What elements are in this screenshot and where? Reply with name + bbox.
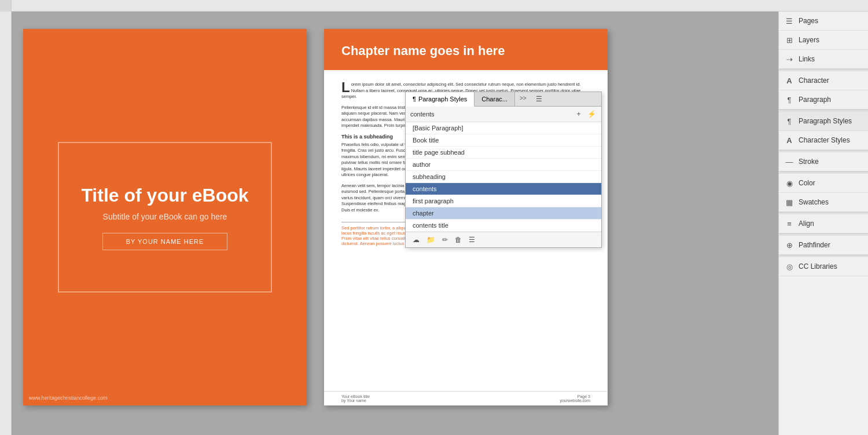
canvas-area: Title of your eBook Subtitle of your eBo… bbox=[12, 12, 778, 435]
character-icon: A bbox=[785, 76, 794, 85]
cc-libraries-label: CC Libraries bbox=[799, 262, 837, 270]
lightning-button[interactable]: ⚡ bbox=[586, 109, 597, 119]
style-book-title[interactable]: Book title bbox=[406, 134, 601, 147]
style-first-paragraph[interactable]: first paragraph bbox=[406, 195, 601, 207]
character-label: Character bbox=[799, 76, 829, 85]
footer-page: Page 3 bbox=[560, 394, 590, 399]
char-tab-label: Charac... bbox=[481, 96, 507, 103]
more-tabs-button[interactable]: >> bbox=[515, 92, 531, 106]
links-icon: ⇢ bbox=[785, 54, 794, 64]
links-label: Links bbox=[799, 55, 815, 63]
sidebar-item-character[interactable]: A Character bbox=[779, 71, 868, 90]
styles-panel-header: contents + ⚡ bbox=[406, 107, 601, 122]
sidebar-item-align[interactable]: ≡ Align bbox=[779, 214, 868, 233]
stroke-icon: — bbox=[785, 157, 794, 166]
footer-trash-btn[interactable]: 🗑 bbox=[453, 235, 464, 245]
style-subheading[interactable]: subheading bbox=[406, 171, 601, 183]
book-subtitle: Subtitle of your eBook can go here bbox=[103, 212, 227, 221]
sidebar-item-cc-libraries[interactable]: ◎ CC Libraries bbox=[779, 257, 868, 276]
style-basic-paragraph[interactable]: [Basic Paragraph] bbox=[406, 122, 601, 134]
page-footer: Your eBook title by Your name Page 3 you… bbox=[324, 391, 608, 405]
cover-page: Title of your eBook Subtitle of your eBo… bbox=[23, 29, 307, 405]
footer-website: yourwebsite.com bbox=[560, 399, 590, 403]
pages-label: Pages bbox=[799, 17, 818, 25]
sidebar-item-pages[interactable]: ☰ Pages bbox=[779, 12, 868, 31]
footer-author: by Your name bbox=[341, 399, 370, 403]
align-label: Align bbox=[799, 220, 814, 228]
book-title: Title of your eBook bbox=[81, 184, 248, 206]
sidebar-item-stroke[interactable]: — Stroke bbox=[779, 152, 868, 171]
sidebar-item-character-styles[interactable]: A Character Styles bbox=[779, 131, 868, 150]
sidebar-item-links[interactable]: ⇢ Links bbox=[779, 50, 868, 69]
swatches-icon: ▦ bbox=[785, 198, 794, 207]
chapter-header: Chapter name goes in here bbox=[324, 29, 608, 70]
style-contents[interactable]: contents bbox=[406, 183, 601, 195]
sidebar-item-color[interactable]: ◉ Color bbox=[779, 174, 868, 193]
chapter-title: Chapter name goes in here bbox=[341, 43, 590, 59]
style-title-page-subhead[interactable]: title page subhead bbox=[406, 147, 601, 159]
right-panel: ☰ Pages ⊞ Layers ⇢ Links A Character ¶ P… bbox=[778, 12, 868, 435]
color-label: Color bbox=[799, 179, 815, 187]
paragraph-styles-icon: ¶ bbox=[785, 116, 794, 126]
footer-folder-btn[interactable]: 📁 bbox=[424, 235, 437, 245]
paragraph-styles-label: Paragraph Styles bbox=[799, 117, 852, 125]
character-styles-label: Character Styles bbox=[799, 136, 850, 144]
footer-menu-btn[interactable]: ☰ bbox=[466, 235, 477, 245]
stroke-label: Stroke bbox=[799, 158, 819, 166]
footer-left: Your eBook title by Your name bbox=[341, 394, 370, 403]
main-area: Title of your eBook Subtitle of your eBo… bbox=[0, 12, 868, 435]
paragraph-styles-panel: ¶ Paragraph Styles Charac... >> ☰ conten… bbox=[405, 92, 602, 248]
paragraph-label: Paragraph bbox=[799, 96, 831, 104]
author-box: BY YOUR NAME HERE bbox=[102, 233, 228, 250]
cover-inner-box: Title of your eBook Subtitle of your eBo… bbox=[58, 142, 272, 293]
sidebar-item-swatches[interactable]: ▦ Swatches bbox=[779, 193, 868, 212]
layers-icon: ⊞ bbox=[785, 35, 794, 45]
style-author[interactable]: author bbox=[406, 159, 601, 171]
layers-label: Layers bbox=[799, 36, 819, 44]
sidebar-item-pathfinder[interactable]: ⊕ Pathfinder bbox=[779, 236, 868, 255]
style-contents-title[interactable]: contents title bbox=[406, 220, 601, 232]
styles-list: [Basic Paragraph] Book title title page … bbox=[406, 122, 601, 232]
author-text: BY YOUR NAME HERE bbox=[126, 238, 204, 245]
ruler-corner bbox=[0, 0, 12, 12]
character-styles-icon: A bbox=[785, 136, 794, 145]
sidebar-item-paragraph-styles[interactable]: ¶ Paragraph Styles bbox=[779, 112, 868, 131]
pathfinder-label: Pathfinder bbox=[799, 241, 830, 249]
styles-header-title: contents bbox=[410, 111, 571, 118]
cc-libraries-icon: ◎ bbox=[785, 262, 794, 271]
footer-edit-btn[interactable]: ✏ bbox=[440, 235, 450, 245]
character-tab[interactable]: Charac... bbox=[475, 92, 515, 106]
sidebar-item-paragraph[interactable]: ¶ Paragraph bbox=[779, 90, 868, 109]
panel-menu-button[interactable]: ☰ bbox=[531, 92, 547, 106]
style-chapter[interactable]: chapter bbox=[406, 207, 601, 220]
url-text: www.heritagechristiancollege.com bbox=[29, 395, 108, 401]
paragraph-styles-tab[interactable]: ¶ Paragraph Styles bbox=[406, 92, 475, 107]
ruler-top: // ticks rendered via CSS below bbox=[0, 0, 868, 12]
align-icon: ≡ bbox=[785, 219, 794, 228]
pages-icon: ☰ bbox=[785, 16, 794, 25]
new-style-button[interactable]: + bbox=[573, 109, 584, 119]
sidebar-item-layers[interactable]: ⊞ Layers bbox=[779, 31, 868, 50]
footer-book-title: Your eBook title bbox=[341, 394, 370, 399]
color-icon: ◉ bbox=[785, 178, 794, 188]
paragraph-icon: ¶ bbox=[785, 95, 794, 104]
para-tab-icon: ¶ bbox=[413, 96, 416, 103]
panel-tabs: ¶ Paragraph Styles Charac... >> ☰ bbox=[406, 92, 601, 107]
para-tab-label: Paragraph Styles bbox=[418, 96, 467, 103]
drop-cap: L bbox=[341, 82, 350, 93]
footer-right: Page 3 yourwebsite.com bbox=[560, 394, 590, 403]
styles-footer: ☁ 📁 ✏ 🗑 ☰ bbox=[406, 232, 601, 247]
vertical-ruler bbox=[0, 12, 12, 435]
swatches-label: Swatches bbox=[799, 198, 829, 206]
footer-cloud-btn[interactable]: ☁ bbox=[410, 235, 422, 245]
pathfinder-icon: ⊕ bbox=[785, 240, 794, 250]
horizontal-ruler: // ticks rendered via CSS below bbox=[12, 0, 868, 11]
